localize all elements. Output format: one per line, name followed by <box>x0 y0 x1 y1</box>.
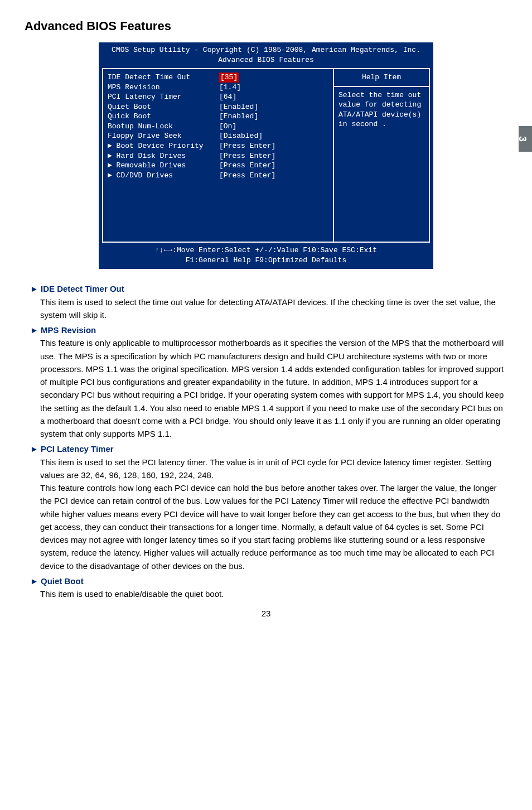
section-heading-pci-latency: ► PCI Latency Timer <box>35 442 505 455</box>
bios-row-label: Floppy Drive Seek <box>108 131 219 141</box>
page-number: 23 <box>27 607 505 620</box>
bios-screenshot: CMOS Setup Utility - Copyright (C) 1985-… <box>99 42 433 269</box>
bios-row-value: [Press Enter] <box>219 161 275 171</box>
section-body: This feature is only applicable to multi… <box>27 336 505 440</box>
bios-row-label: IDE Detect Time Out <box>108 73 219 83</box>
bios-row-label: ► Removable Drives <box>108 161 219 171</box>
bios-row-label: PCI Latency Timer <box>108 92 219 102</box>
page-title: Advanced BIOS Features <box>25 17 505 36</box>
section-heading-mps-revision: ► MPS Revision <box>35 324 505 336</box>
bios-row-value: [Enabled] <box>219 102 258 112</box>
bios-row: ► Hard Disk Drives[Press Enter] <box>108 151 328 161</box>
bios-row-label: MPS Revision <box>108 83 219 93</box>
bios-footer-line1: ↑↓←→:Move Enter:Select +/-/:Value F10:Sa… <box>102 245 430 255</box>
section-body: This item is used to select the time out… <box>27 296 505 322</box>
bios-footer-line2: F1:General Help F9:Optimized Defaults <box>102 255 430 266</box>
bios-row-value: [Press Enter] <box>219 171 275 181</box>
bios-row-label: ► CD/DVD Drives <box>108 171 219 181</box>
bios-row-value: [Enabled] <box>219 112 258 122</box>
bios-row: ► Boot Device Priority[Press Enter] <box>108 141 328 151</box>
bios-row-label: Bootup Num-Lock <box>108 122 219 132</box>
bios-row: IDE Detect Time Out[35] <box>108 73 328 83</box>
bios-body: IDE Detect Time Out[35] MPS Revision[1.4… <box>102 68 430 243</box>
bios-footer: ↑↓←→:Move Enter:Select +/-/:Value F10:Sa… <box>99 243 433 269</box>
bios-header-line1: CMOS Setup Utility - Copyright (C) 1985-… <box>102 45 430 55</box>
bios-row: ► Removable Drives[Press Enter] <box>108 161 328 171</box>
side-tab: 3 <box>519 126 532 152</box>
bios-help-body: Select the time out value for detecting … <box>334 87 429 242</box>
bios-row: PCI Latency Timer[64] <box>108 92 328 102</box>
bios-row-value: [35] <box>219 73 239 83</box>
section-body: This item is used to enable/disable the … <box>27 587 505 600</box>
bios-row: Quick Boot[Enabled] <box>108 112 328 122</box>
section-body: This item is used to set the PCI latency… <box>27 456 505 572</box>
bios-row-label: ► Boot Device Priority <box>108 141 219 151</box>
bios-row-value: [1.4] <box>219 83 241 93</box>
section-heading-ide-detect: ► IDE Detect Timer Out <box>35 282 505 295</box>
bios-right-panel: Help Item Select the time out value for … <box>334 69 429 242</box>
bios-row-label: Quiet Boot <box>108 102 219 112</box>
bios-header: CMOS Setup Utility - Copyright (C) 1985-… <box>99 42 433 68</box>
bios-row-value: [64] <box>219 92 236 102</box>
bios-row-label: Quick Boot <box>108 112 219 122</box>
bios-row: Bootup Num-Lock[On] <box>108 122 328 132</box>
bios-header-line2: Advanced BIOS Features <box>102 55 430 65</box>
bios-row: Floppy Drive Seek[Disabled] <box>108 131 328 141</box>
bios-row-value: [On] <box>219 122 236 132</box>
bios-row: MPS Revision[1.4] <box>108 83 328 93</box>
bios-row-value: [Press Enter] <box>219 141 275 151</box>
bios-row-label: ► Hard Disk Drives <box>108 151 219 161</box>
bios-row-value: [Disabled] <box>219 131 263 141</box>
bios-help-title: Help Item <box>334 69 429 87</box>
section-heading-quiet-boot: ► Quiet Boot <box>35 575 505 587</box>
bios-left-panel: IDE Detect Time Out[35] MPS Revision[1.4… <box>103 69 334 242</box>
bios-row: Quiet Boot[Enabled] <box>108 102 328 112</box>
bios-row-value: [Press Enter] <box>219 151 275 161</box>
bios-row: ► CD/DVD Drives[Press Enter] <box>108 171 328 181</box>
